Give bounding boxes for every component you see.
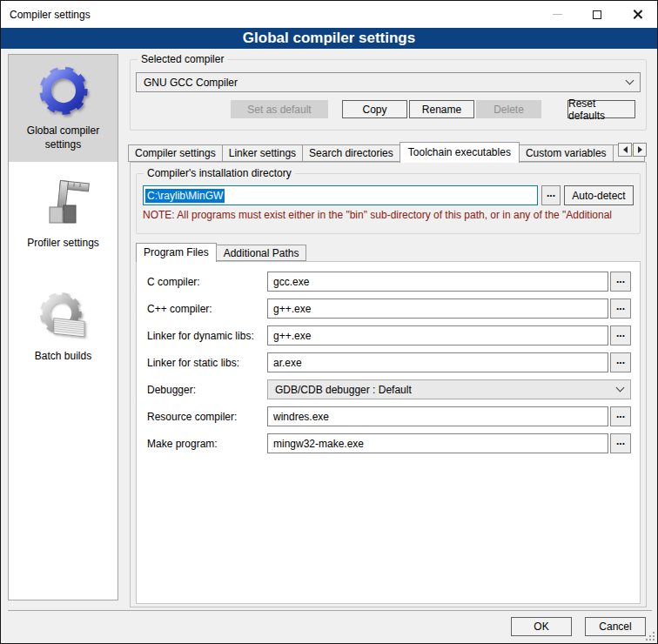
cancel-button[interactable]: Cancel [585,617,646,636]
field-row-linker-static: Linker for static libs: ... [145,352,631,372]
program-files-tabbar: Program Files Additional Paths [136,242,641,261]
reset-defaults-button[interactable]: Reset defaults [567,100,635,118]
tab-custom-variables[interactable]: Custom variables [519,144,614,162]
auto-detect-button[interactable]: Auto-detect [564,185,634,205]
installation-directory-row: C:\raylib\MinGW ... Auto-detect [143,185,634,205]
tab-scroll-buttons [618,143,647,157]
subtab-program-files[interactable]: Program Files [136,243,217,262]
browse-c-compiler-button[interactable]: ... [610,272,631,292]
maximize-icon [593,10,601,19]
field-label: Linker for dynamic libs: [145,330,265,342]
arrow-left-icon [623,146,628,153]
caliper-icon [36,176,91,231]
titlebar: Compiler settings [1,1,657,28]
debugger-value: GDB/CDB debugger : Default [275,384,617,396]
main-panel: Selected compiler GNU GCC Compiler Set a… [124,54,652,607]
chevron-down-icon [616,384,625,392]
gray-gear-stack-icon [36,289,91,345]
field-label: Resource compiler: [145,411,265,423]
minimize-icon [553,14,562,15]
settings-category-sidebar: Global compiler settings [8,54,118,600]
sidebar-item-batch-builds[interactable]: Batch builds [9,280,118,374]
tab-toolchain-executables[interactable]: Toolchain executables [400,142,520,163]
tab-search-directories[interactable]: Search directories [302,144,400,162]
window-title: Compiler settings [1,9,91,21]
blue-gear-icon [36,64,91,119]
selected-compiler-dropdown[interactable]: GNU GCC Compiler [136,72,641,92]
settings-tabbar: Compiler settings Linker settings Search… [124,141,652,162]
field-label: Linker for static libs: [145,357,265,369]
browse-make-program-button[interactable]: ... [610,433,631,453]
set-as-default-button: Set as default [231,100,328,118]
resource-compiler-input[interactable] [267,406,608,426]
c-compiler-input[interactable] [267,272,608,292]
arrow-right-icon [638,146,642,153]
installation-directory-group-label: Compiler's installation directory [144,167,295,179]
installation-directory-value: C:\raylib\MinGW [145,189,225,203]
field-label: C++ compiler: [145,303,265,315]
tab-scroll-left-button[interactable] [618,143,632,157]
installation-directory-group: Compiler's installation directory C:\ray… [136,173,641,234]
chevron-down-icon [626,77,634,85]
sidebar-item-label: Profiler settings [15,237,112,251]
browse-cpp-compiler-button[interactable]: ... [610,299,631,319]
tab-linker-settings[interactable]: Linker settings [222,144,303,162]
cpp-compiler-input[interactable] [267,299,608,319]
tab-compiler-settings[interactable]: Compiler settings [128,144,223,162]
field-row-debugger: Debugger: GDB/CDB debugger : Default [145,379,631,399]
toolchain-executables-page: Compiler's installation directory C:\ray… [130,162,647,607]
selected-compiler-group: Selected compiler GNU GCC Compiler Set a… [130,59,647,131]
program-files-page: C compiler: ... C++ compiler: ... Linker… [136,261,641,604]
tab-scroll-right-button[interactable] [633,143,647,157]
titlebar-buttons [537,1,657,28]
browse-linker-static-button[interactable]: ... [610,352,631,372]
linker-dynamic-input[interactable] [267,325,608,345]
close-button[interactable] [617,1,657,28]
minimize-button [537,1,577,28]
footer-divider [8,610,652,611]
subtab-additional-paths[interactable]: Additional Paths [216,245,307,261]
field-label: Make program: [145,438,265,450]
field-row-linker-dynamic: Linker for dynamic libs: ... [145,325,631,345]
browse-directory-button[interactable]: ... [541,185,561,205]
compiler-actions: Set as default Copy Rename Delete Reset … [131,100,635,118]
close-icon [632,9,643,20]
installation-directory-input[interactable]: C:\raylib\MinGW [143,185,538,205]
compiler-settings-window: Compiler settings Global compiler settin… [0,0,658,644]
copy-button[interactable]: Copy [342,100,407,118]
delete-button: Delete [476,100,541,118]
note-text: NOTE: All programs must exist either in … [143,209,634,221]
sidebar-item-global-compiler-settings[interactable]: Global compiler settings [9,55,118,162]
browse-resource-compiler-button[interactable]: ... [610,406,631,426]
selected-compiler-group-label: Selected compiler [138,53,227,65]
sidebar-item-label: Batch builds [15,350,112,364]
make-program-input[interactable] [267,433,608,453]
linker-static-input[interactable] [267,352,608,372]
field-row-cpp-compiler: C++ compiler: ... [145,299,631,319]
field-row-c-compiler: C compiler: ... [145,272,631,292]
browse-linker-dynamic-button[interactable]: ... [610,325,631,345]
field-row-make-program: Make program: ... [145,433,631,453]
sidebar-item-profiler-settings[interactable]: Profiler settings [9,167,118,261]
rename-button[interactable]: Rename [409,100,474,118]
resize-grip[interactable] [646,632,655,641]
maximize-button[interactable] [577,1,617,28]
page-title: Global compiler settings [1,28,657,49]
selected-compiler-value: GNU GCC Compiler [144,77,627,89]
field-label: C compiler: [145,276,265,288]
field-label: Debugger: [145,384,265,396]
debugger-dropdown[interactable]: GDB/CDB debugger : Default [267,379,631,399]
ok-button[interactable]: OK [511,617,572,636]
field-row-resource-compiler: Resource compiler: ... [145,406,631,426]
sidebar-item-label: Global compiler settings [15,124,112,151]
